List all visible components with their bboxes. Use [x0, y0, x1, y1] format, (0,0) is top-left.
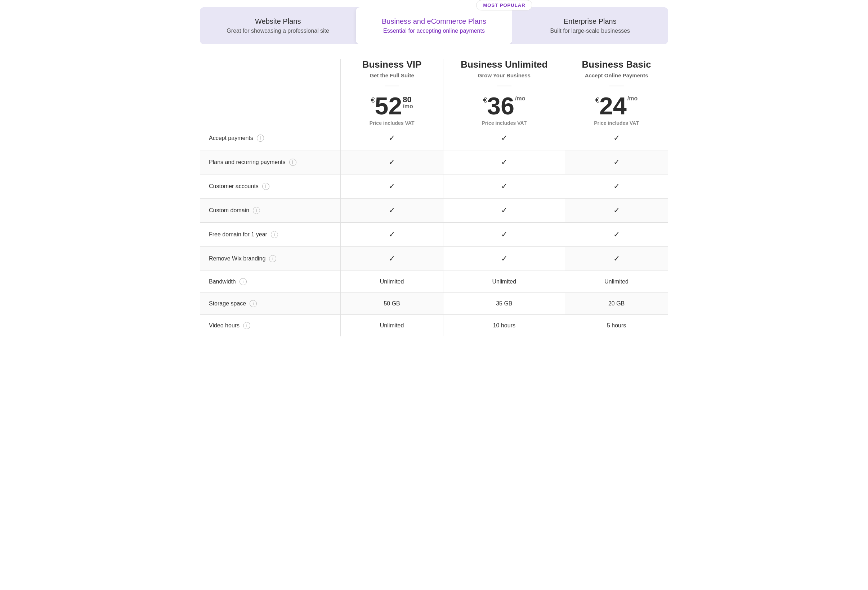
price-container-vip: € 52 80 /mo	[341, 94, 443, 118]
tab-business-subtitle: Essential for accepting online payments	[367, 28, 501, 34]
price-cents-mo-basic: /mo	[627, 96, 638, 102]
feature-vip-cell: 50 GB	[340, 293, 443, 315]
feature-label-cell: Custom domain i	[200, 199, 341, 223]
plan-tagline-vip: Get the Full Suite	[341, 72, 443, 78]
feature-basic-cell: ✓	[565, 199, 668, 223]
plan-name-vip: Business VIP	[341, 59, 443, 70]
check-mark: ✓	[501, 157, 508, 166]
feature-vip-cell: ✓	[340, 150, 443, 175]
feature-label-wrapper: Custom domain i	[209, 207, 332, 214]
feature-row: Free domain for 1 year i ✓✓✓	[200, 223, 668, 247]
check-mark: ✓	[613, 157, 620, 166]
feature-label-wrapper: Accept payments i	[209, 135, 332, 142]
most-popular-badge: MOST POPULAR	[476, 0, 532, 10]
feature-row: Video hours i Unlimited10 hours5 hours	[200, 315, 668, 337]
feature-unlimited-cell: ✓	[443, 247, 565, 271]
pricing-table: Business VIP Get the Full Suite € 52 80 …	[200, 59, 668, 337]
price-currency-basic: €	[595, 96, 599, 104]
price-vat-basic: Price includes VAT	[565, 120, 668, 126]
plan-name-unlimited: Business Unlimited	[443, 59, 565, 70]
feature-unlimited-cell: ✓	[443, 199, 565, 223]
feature-row: Customer accounts i ✓✓✓	[200, 175, 668, 199]
pricing-table-wrapper: Business VIP Get the Full Suite € 52 80 …	[200, 59, 668, 337]
info-icon[interactable]: i	[289, 159, 297, 166]
feature-label-text: Custom domain	[209, 207, 249, 214]
feature-label-wrapper: Bandwidth i	[209, 278, 332, 285]
check-mark: ✓	[613, 230, 620, 239]
plan-header-unlimited: Business Unlimited Grow Your Business € …	[443, 59, 565, 126]
price-mo-vip: /mo	[403, 104, 413, 109]
plan-tabs: Website Plans Great for showcasing a pro…	[200, 7, 668, 44]
info-icon[interactable]: i	[271, 231, 278, 238]
feature-row: Storage space i 50 GB35 GB20 GB	[200, 293, 668, 315]
check-mark: ✓	[613, 206, 620, 215]
plan-divider-unlimited	[497, 85, 511, 86]
check-mark: ✓	[613, 254, 620, 263]
check-mark: ✓	[613, 134, 620, 143]
plan-header-row: Business VIP Get the Full Suite € 52 80 …	[200, 59, 668, 126]
check-mark: ✓	[388, 182, 395, 191]
check-mark: ✓	[388, 254, 395, 263]
feature-label-cell: Plans and recurring payments i	[200, 150, 341, 175]
price-container-unlimited: € 36 /mo	[443, 94, 565, 118]
price-currency-unlimited: €	[483, 96, 487, 104]
check-mark: ✓	[501, 182, 508, 191]
tab-website[interactable]: Website Plans Great for showcasing a pro…	[200, 7, 356, 44]
tab-business-title: Business and eCommerce Plans	[367, 17, 501, 25]
price-amount-vip: 52	[375, 94, 402, 118]
feature-label-text: Bandwidth	[209, 278, 236, 285]
plan-divider-basic	[610, 85, 624, 86]
price-cents-mo-unlimited: /mo	[515, 96, 525, 102]
check-mark: ✓	[613, 182, 620, 191]
feature-vip-cell: ✓	[340, 199, 443, 223]
price-cents-mo-vip: 80 /mo	[403, 96, 413, 109]
info-icon[interactable]: i	[243, 322, 250, 329]
plan-header-vip: Business VIP Get the Full Suite € 52 80 …	[340, 59, 443, 126]
feature-label-wrapper: Plans and recurring payments i	[209, 159, 332, 166]
price-vat-vip: Price includes VAT	[341, 120, 443, 126]
plan-tagline-basic: Accept Online Payments	[565, 72, 668, 78]
price-mo-unlimited: /mo	[515, 96, 525, 102]
info-icon[interactable]: i	[257, 135, 264, 142]
info-icon[interactable]: i	[249, 300, 257, 307]
check-mark: ✓	[388, 157, 395, 166]
feature-label-cell: Free domain for 1 year i	[200, 223, 341, 247]
feature-basic-cell: Unlimited	[565, 271, 668, 293]
plan-divider-vip	[385, 85, 399, 86]
feature-basic-cell: ✓	[565, 247, 668, 271]
feature-label-text: Storage space	[209, 300, 246, 307]
feature-label-cell: Bandwidth i	[200, 271, 341, 293]
check-mark: ✓	[501, 206, 508, 215]
feature-vip-cell: Unlimited	[340, 315, 443, 337]
feature-label-text: Free domain for 1 year	[209, 231, 267, 238]
feature-basic-cell: ✓	[565, 126, 668, 150]
plan-header-basic: Business Basic Accept Online Payments € …	[565, 59, 668, 126]
price-vat-unlimited: Price includes VAT	[443, 120, 565, 126]
feature-basic-cell: 5 hours	[565, 315, 668, 337]
feature-unlimited-cell: ✓	[443, 175, 565, 199]
feature-unlimited-cell: 10 hours	[443, 315, 565, 337]
feature-unlimited-cell: Unlimited	[443, 271, 565, 293]
feature-vip-cell: ✓	[340, 126, 443, 150]
check-mark: ✓	[388, 134, 395, 143]
feature-label-text: Remove Wix branding	[209, 255, 266, 262]
info-icon[interactable]: i	[253, 207, 260, 214]
plan-tagline-unlimited: Grow Your Business	[443, 72, 565, 78]
feature-unlimited-cell: 35 GB	[443, 293, 565, 315]
check-mark: ✓	[388, 230, 395, 239]
price-cents-vip: 80	[403, 96, 411, 104]
feature-basic-cell: 20 GB	[565, 293, 668, 315]
tab-business[interactable]: Business and eCommerce Plans Essential f…	[356, 7, 512, 44]
check-mark: ✓	[501, 230, 508, 239]
tab-enterprise[interactable]: Enterprise Plans Built for large-scale b…	[512, 7, 668, 44]
tab-website-title: Website Plans	[211, 17, 345, 25]
feature-label-cell: Storage space i	[200, 293, 341, 315]
feature-label-wrapper: Free domain for 1 year i	[209, 231, 332, 238]
info-icon[interactable]: i	[239, 278, 247, 285]
feature-basic-cell: ✓	[565, 175, 668, 199]
info-icon[interactable]: i	[269, 255, 276, 262]
check-mark: ✓	[501, 254, 508, 263]
feature-vip-cell: Unlimited	[340, 271, 443, 293]
feature-row: Accept payments i ✓✓✓	[200, 126, 668, 150]
info-icon[interactable]: i	[262, 183, 269, 190]
